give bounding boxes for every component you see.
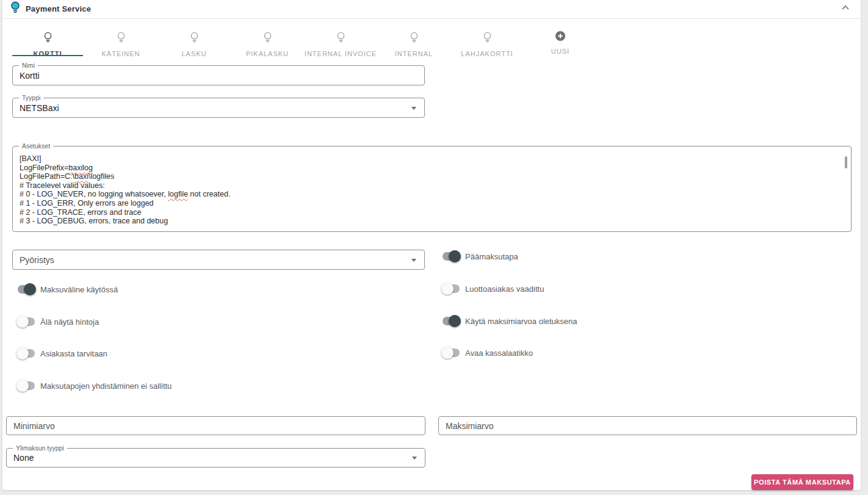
delete-payment-method-button[interactable]: POISTA TÄMÄ MAKSUTAPA bbox=[751, 474, 853, 490]
nimi-field[interactable]: Nimi Kortti bbox=[12, 65, 425, 85]
toggle-label: Asiakasta tarvitaan bbox=[40, 349, 107, 358]
toggle-label: Avaa kassalaatikko bbox=[465, 349, 533, 358]
asetukset-label: Asetukset bbox=[19, 142, 53, 150]
dropdown-arrow-icon bbox=[411, 259, 416, 262]
plus-circle-icon bbox=[555, 31, 566, 44]
panel-title: Payment Service bbox=[26, 0, 91, 18]
tab-internal-invoice[interactable]: INTERNAL INVOICE bbox=[304, 19, 377, 56]
lightbulb-icon bbox=[190, 32, 199, 46]
switch-icon bbox=[443, 249, 460, 264]
toggle-label: Käytä maksimiarvoa oletuksena bbox=[465, 317, 577, 326]
toggle-label: Maksutapojen yhdistäminen ei sallittu bbox=[40, 381, 172, 391]
lightbulb-icon bbox=[336, 32, 345, 46]
lightbulb-icon bbox=[43, 32, 52, 46]
pyoristys-select[interactable]: Pyöristys bbox=[12, 250, 425, 270]
toggle-label: Luottoasiakas vaadittu bbox=[465, 284, 544, 294]
toggle-ala-nayta-hintoja[interactable]: Älä näytä hintoja bbox=[18, 314, 99, 329]
tab-label: INTERNAL bbox=[395, 50, 433, 57]
tab-label: LAHJAKORTTI bbox=[461, 50, 513, 57]
active-tab-underline bbox=[12, 55, 83, 56]
switch-icon bbox=[18, 378, 35, 393]
pyoristys-placeholder: Pyöristys bbox=[20, 250, 54, 269]
toggle-avaa-kassalaatikko[interactable]: Avaa kassalaatikko bbox=[443, 345, 533, 360]
ylimaksun-tyyppi-select[interactable]: Ylimaksun tyyppi None bbox=[6, 448, 425, 468]
lightbulb-icon bbox=[263, 32, 272, 46]
tab-label: KORTTI bbox=[34, 50, 62, 57]
toggle-label: Päämaksutapa bbox=[465, 252, 518, 261]
tab-internal[interactable]: INTERNAL bbox=[377, 19, 450, 56]
asetukset-textarea[interactable]: Asetukset [BAXI] LogFilePrefix=baxilog L… bbox=[12, 146, 852, 232]
maksimiarvo-placeholder: Maksimiarvo bbox=[446, 417, 494, 435]
tab-uusi[interactable]: UUSI bbox=[524, 19, 597, 56]
toggle-asiakasta-tarvitaan[interactable]: Asiakasta tarvitaan bbox=[18, 346, 107, 361]
tab-label: KÄTEINEN bbox=[101, 50, 140, 57]
tyyppi-value: NETSBaxi bbox=[20, 98, 59, 117]
ylimaksun-tyyppi-value: None bbox=[13, 449, 34, 467]
toggle-label: Maksuväline käytössä bbox=[40, 285, 118, 294]
switch-icon bbox=[443, 281, 460, 296]
lightbulb-icon bbox=[117, 32, 126, 46]
tab-lahjakortti[interactable]: LAHJAKORTTI bbox=[450, 19, 524, 56]
tab-pikalasku[interactable]: PIKALASKU bbox=[231, 19, 304, 56]
lightbulb-icon bbox=[483, 32, 492, 46]
minimiarvo-placeholder: Minimiarvo bbox=[13, 417, 55, 435]
tab-label: UUSI bbox=[551, 48, 570, 55]
chevron-up-icon[interactable] bbox=[840, 2, 851, 13]
tyyppi-select[interactable]: Tyyppi NETSBaxi bbox=[12, 98, 425, 118]
tab-kortti[interactable]: KORTTI bbox=[11, 19, 84, 56]
dropdown-arrow-icon bbox=[412, 457, 417, 460]
toggle-label: Älä näytä hintoja bbox=[40, 317, 99, 327]
payment-service-panel: Payment Service KORTTIKÄTEINENLASKUPIKAL… bbox=[2, 0, 861, 490]
switch-icon bbox=[18, 346, 35, 361]
toggle-paamaksutapa[interactable]: Päämaksutapa bbox=[443, 249, 518, 264]
toggle-kayta-maksimiarvoa-oletuksena[interactable]: Käytä maksimiarvoa oletuksena bbox=[443, 314, 577, 328]
maksimiarvo-input[interactable]: Maksimiarvo bbox=[438, 416, 857, 435]
switch-icon bbox=[443, 345, 460, 360]
minimiarvo-input[interactable]: Minimiarvo bbox=[6, 416, 425, 435]
toggle-luottoasiakas-vaadittu[interactable]: Luottoasiakas vaadittu bbox=[443, 281, 544, 296]
dropdown-arrow-icon bbox=[411, 107, 416, 110]
lightbulb-icon bbox=[10, 1, 20, 16]
switch-icon bbox=[18, 282, 35, 297]
tab-label: INTERNAL INVOICE bbox=[305, 50, 377, 57]
nimi-value: Kortti bbox=[20, 66, 40, 85]
asetukset-content: [BAXI] LogFilePrefix=baxilog LogFilePath… bbox=[20, 154, 840, 226]
switch-icon bbox=[443, 314, 460, 328]
payment-method-tabs: KORTTIKÄTEINENLASKUPIKALASKUINTERNAL INV… bbox=[11, 19, 597, 56]
panel-header: Payment Service bbox=[2, 0, 861, 18]
lightbulb-icon bbox=[410, 32, 419, 46]
switch-icon bbox=[18, 314, 35, 329]
toggle-maksuvaline-kaytossa[interactable]: Maksuväline käytössä bbox=[18, 282, 118, 297]
tab-lasku[interactable]: LASKU bbox=[157, 19, 231, 56]
toggle-maksutapojen-yhdistaminen-ei-sallittu[interactable]: Maksutapojen yhdistäminen ei sallittu bbox=[18, 378, 172, 393]
tab-label: PIKALASKU bbox=[246, 50, 289, 57]
tab-label: LASKU bbox=[181, 50, 206, 57]
textarea-scrollbar[interactable] bbox=[845, 156, 847, 168]
tab-kateinen[interactable]: KÄTEINEN bbox=[84, 19, 157, 56]
